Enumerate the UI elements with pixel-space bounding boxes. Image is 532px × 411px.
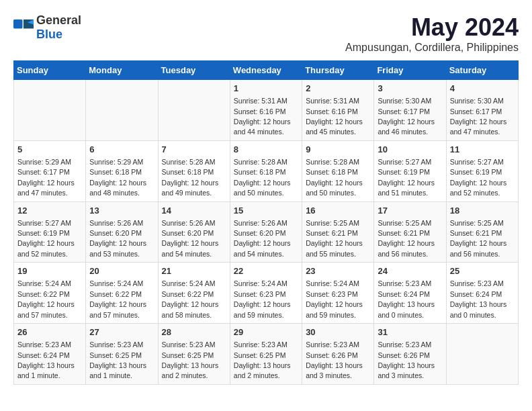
week-row-4: 19Sunrise: 5:24 AM Sunset: 6:22 PM Dayli… xyxy=(14,263,519,324)
week-row-1: 1Sunrise: 5:31 AM Sunset: 6:16 PM Daylig… xyxy=(14,80,519,141)
day-info: Sunrise: 5:24 AM Sunset: 6:23 PM Dayligh… xyxy=(306,279,363,318)
calendar-cell: 3Sunrise: 5:30 AM Sunset: 6:17 PM Daylig… xyxy=(374,80,446,141)
day-number: 30 xyxy=(306,326,370,338)
day-header-wednesday: Wednesday xyxy=(230,61,302,80)
day-number: 23 xyxy=(306,265,370,277)
calendar-cell: 20Sunrise: 5:24 AM Sunset: 6:22 PM Dayli… xyxy=(86,263,158,324)
day-info: Sunrise: 5:29 AM Sunset: 6:18 PM Dayligh… xyxy=(89,158,146,197)
day-info: Sunrise: 5:24 AM Sunset: 6:23 PM Dayligh… xyxy=(234,279,291,318)
calendar-cell xyxy=(158,80,230,141)
day-number: 31 xyxy=(378,326,442,338)
calendar-cell: 17Sunrise: 5:25 AM Sunset: 6:21 PM Dayli… xyxy=(374,201,446,263)
day-number: 9 xyxy=(306,144,370,156)
day-info: Sunrise: 5:24 AM Sunset: 6:22 PM Dayligh… xyxy=(89,279,146,318)
day-number: 4 xyxy=(450,83,515,95)
calendar-table: SundayMondayTuesdayWednesdayThursdayFrid… xyxy=(13,60,519,385)
day-number: 11 xyxy=(450,144,515,156)
calendar-cell: 21Sunrise: 5:24 AM Sunset: 6:22 PM Dayli… xyxy=(158,263,230,324)
week-row-3: 12Sunrise: 5:27 AM Sunset: 6:19 PM Dayli… xyxy=(14,201,519,263)
day-info: Sunrise: 5:23 AM Sunset: 6:24 PM Dayligh… xyxy=(378,279,435,318)
day-header-monday: Monday xyxy=(86,61,158,80)
day-info: Sunrise: 5:25 AM Sunset: 6:21 PM Dayligh… xyxy=(306,219,363,258)
calendar-cell: 25Sunrise: 5:23 AM Sunset: 6:24 PM Dayli… xyxy=(446,263,518,324)
day-header-friday: Friday xyxy=(374,61,446,80)
day-number: 22 xyxy=(234,265,298,277)
day-number: 6 xyxy=(89,144,154,156)
day-number: 7 xyxy=(162,144,226,156)
week-row-5: 26Sunrise: 5:23 AM Sunset: 6:24 PM Dayli… xyxy=(14,324,519,385)
day-number: 24 xyxy=(378,265,442,277)
calendar-cell xyxy=(446,324,518,385)
day-number: 15 xyxy=(234,205,298,217)
day-info: Sunrise: 5:31 AM Sunset: 6:16 PM Dayligh… xyxy=(306,97,363,136)
day-number: 18 xyxy=(450,205,515,217)
svg-rect-0 xyxy=(13,19,23,29)
day-info: Sunrise: 5:25 AM Sunset: 6:21 PM Dayligh… xyxy=(378,219,435,258)
day-info: Sunrise: 5:31 AM Sunset: 6:16 PM Dayligh… xyxy=(234,97,291,136)
day-info: Sunrise: 5:23 AM Sunset: 6:26 PM Dayligh… xyxy=(306,340,363,379)
calendar-cell: 1Sunrise: 5:31 AM Sunset: 6:16 PM Daylig… xyxy=(230,80,302,141)
day-info: Sunrise: 5:26 AM Sunset: 6:20 PM Dayligh… xyxy=(162,219,219,258)
day-number: 8 xyxy=(234,144,298,156)
day-info: Sunrise: 5:30 AM Sunset: 6:17 PM Dayligh… xyxy=(378,97,435,136)
day-info: Sunrise: 5:27 AM Sunset: 6:19 PM Dayligh… xyxy=(378,158,435,197)
day-number: 1 xyxy=(234,83,298,95)
calendar-cell: 22Sunrise: 5:24 AM Sunset: 6:23 PM Dayli… xyxy=(230,263,302,324)
title-block: May 2024 Ampusungan, Cordillera, Philipp… xyxy=(345,13,519,54)
calendar-cell: 31Sunrise: 5:23 AM Sunset: 6:26 PM Dayli… xyxy=(374,324,446,385)
day-info: Sunrise: 5:27 AM Sunset: 6:19 PM Dayligh… xyxy=(17,219,75,258)
day-header-tuesday: Tuesday xyxy=(158,61,230,80)
day-number: 5 xyxy=(17,144,82,156)
calendar-cell: 27Sunrise: 5:23 AM Sunset: 6:25 PM Dayli… xyxy=(86,324,158,385)
calendar-cell: 14Sunrise: 5:26 AM Sunset: 6:20 PM Dayli… xyxy=(158,201,230,263)
day-number: 10 xyxy=(378,144,442,156)
day-info: Sunrise: 5:23 AM Sunset: 6:24 PM Dayligh… xyxy=(450,279,507,318)
day-info: Sunrise: 5:23 AM Sunset: 6:25 PM Dayligh… xyxy=(234,340,291,379)
day-info: Sunrise: 5:24 AM Sunset: 6:22 PM Dayligh… xyxy=(17,279,75,318)
calendar-cell: 7Sunrise: 5:28 AM Sunset: 6:18 PM Daylig… xyxy=(158,140,230,201)
day-number: 14 xyxy=(162,205,226,217)
day-number: 3 xyxy=(378,83,442,95)
day-number: 12 xyxy=(17,205,82,217)
calendar-cell: 26Sunrise: 5:23 AM Sunset: 6:24 PM Dayli… xyxy=(14,324,86,385)
calendar-cell: 13Sunrise: 5:26 AM Sunset: 6:20 PM Dayli… xyxy=(86,201,158,263)
day-header-sunday: Sunday xyxy=(14,61,86,80)
generalblue-logo-icon xyxy=(13,19,34,36)
day-header-row: SundayMondayTuesdayWednesdayThursdayFrid… xyxy=(14,61,519,80)
day-info: Sunrise: 5:29 AM Sunset: 6:17 PM Dayligh… xyxy=(17,158,75,197)
calendar-cell: 4Sunrise: 5:30 AM Sunset: 6:17 PM Daylig… xyxy=(446,80,518,141)
day-header-saturday: Saturday xyxy=(446,61,518,80)
logo-general-text: General xyxy=(36,13,81,27)
calendar-cell: 10Sunrise: 5:27 AM Sunset: 6:19 PM Dayli… xyxy=(374,140,446,201)
day-info: Sunrise: 5:27 AM Sunset: 6:19 PM Dayligh… xyxy=(450,158,507,197)
calendar-cell: 15Sunrise: 5:26 AM Sunset: 6:20 PM Dayli… xyxy=(230,201,302,263)
calendar-cell: 28Sunrise: 5:23 AM Sunset: 6:25 PM Dayli… xyxy=(158,324,230,385)
calendar-cell: 9Sunrise: 5:28 AM Sunset: 6:18 PM Daylig… xyxy=(302,140,374,201)
logo: General Blue xyxy=(13,13,81,42)
day-info: Sunrise: 5:28 AM Sunset: 6:18 PM Dayligh… xyxy=(162,158,219,197)
day-number: 26 xyxy=(17,326,82,338)
calendar-cell: 5Sunrise: 5:29 AM Sunset: 6:17 PM Daylig… xyxy=(14,140,86,201)
day-info: Sunrise: 5:25 AM Sunset: 6:21 PM Dayligh… xyxy=(450,219,507,258)
day-number: 27 xyxy=(89,326,154,338)
day-number: 2 xyxy=(306,83,370,95)
day-info: Sunrise: 5:23 AM Sunset: 6:26 PM Dayligh… xyxy=(378,340,435,379)
day-info: Sunrise: 5:26 AM Sunset: 6:20 PM Dayligh… xyxy=(234,219,291,258)
calendar-cell: 16Sunrise: 5:25 AM Sunset: 6:21 PM Dayli… xyxy=(302,201,374,263)
calendar-cell: 29Sunrise: 5:23 AM Sunset: 6:25 PM Dayli… xyxy=(230,324,302,385)
month-title: May 2024 xyxy=(345,13,519,42)
calendar-cell: 2Sunrise: 5:31 AM Sunset: 6:16 PM Daylig… xyxy=(302,80,374,141)
page-header: General Blue May 2024 Ampusungan, Cordil… xyxy=(13,13,519,54)
calendar-header: SundayMondayTuesdayWednesdayThursdayFrid… xyxy=(14,61,519,80)
day-info: Sunrise: 5:23 AM Sunset: 6:25 PM Dayligh… xyxy=(89,340,146,379)
day-header-thursday: Thursday xyxy=(302,61,374,80)
day-number: 16 xyxy=(306,205,370,217)
calendar-cell: 6Sunrise: 5:29 AM Sunset: 6:18 PM Daylig… xyxy=(86,140,158,201)
calendar-cell: 8Sunrise: 5:28 AM Sunset: 6:18 PM Daylig… xyxy=(230,140,302,201)
day-info: Sunrise: 5:23 AM Sunset: 6:24 PM Dayligh… xyxy=(17,340,75,379)
logo-blue-text: Blue xyxy=(36,28,62,41)
day-number: 29 xyxy=(234,326,298,338)
day-number: 17 xyxy=(378,205,442,217)
day-number: 20 xyxy=(89,265,154,277)
day-info: Sunrise: 5:26 AM Sunset: 6:20 PM Dayligh… xyxy=(89,219,146,258)
